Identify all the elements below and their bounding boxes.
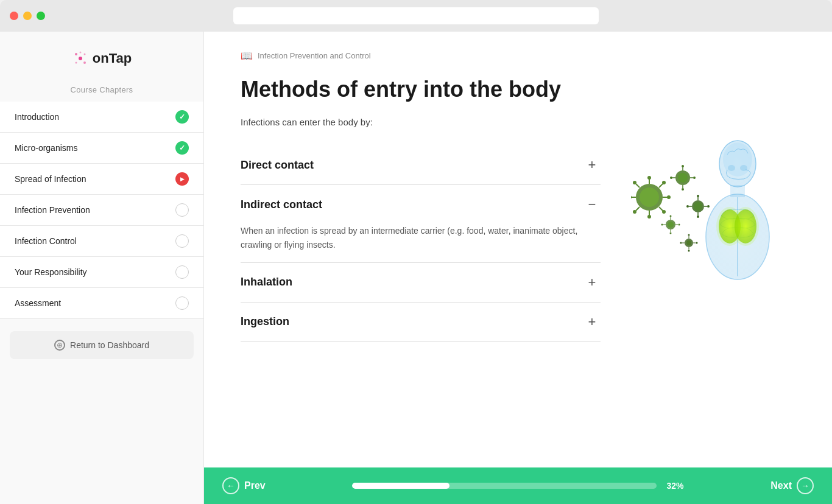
breadcrumb: 📖 Infection Prevention and Control bbox=[241, 50, 795, 61]
minimize-button[interactable] bbox=[23, 12, 32, 20]
svg-point-16 bbox=[740, 165, 747, 171]
return-to-dashboard-button[interactable]: ⊕ Return to Dashboard bbox=[10, 331, 194, 359]
window-chrome bbox=[0, 0, 832, 32]
svg-point-36 bbox=[678, 173, 688, 183]
course-chapters-label: Course Chapters bbox=[71, 85, 133, 94]
svg-point-56 bbox=[668, 222, 674, 228]
svg-point-13 bbox=[732, 207, 759, 246]
status-icon-spread-of-infection bbox=[175, 172, 189, 186]
svg-point-3 bbox=[75, 62, 77, 64]
accordion-content-indirect-contact: When an infection is spread by an interm… bbox=[241, 224, 601, 262]
svg-point-42 bbox=[682, 165, 684, 167]
book-icon: 📖 bbox=[241, 50, 253, 61]
svg-point-74 bbox=[688, 250, 690, 252]
status-icon-introduction bbox=[175, 110, 189, 124]
sidebar-item-infection-control[interactable]: Infection Control bbox=[0, 226, 203, 257]
svg-point-40 bbox=[693, 177, 696, 179]
toggle-icon-inhalation: + bbox=[583, 274, 601, 291]
sidebar-item-micro-organisms[interactable]: Micro-organisms bbox=[0, 133, 203, 164]
svg-point-18 bbox=[640, 187, 659, 207]
svg-point-70 bbox=[696, 242, 698, 244]
sidebar-item-introduction[interactable]: Introduction bbox=[0, 102, 203, 133]
status-icon-infection-prevention bbox=[175, 203, 189, 217]
status-icon-your-responsibility bbox=[175, 265, 189, 279]
address-bar[interactable] bbox=[233, 7, 599, 24]
svg-point-50 bbox=[707, 205, 710, 208]
content-area: Direct contact + Indirect contact − When… bbox=[241, 145, 795, 342]
svg-point-66 bbox=[686, 240, 691, 245]
status-icon-infection-control bbox=[175, 234, 189, 248]
svg-line-31 bbox=[636, 207, 640, 211]
svg-line-33 bbox=[659, 207, 663, 211]
svg-line-27 bbox=[636, 184, 640, 187]
maximize-button[interactable] bbox=[37, 12, 45, 20]
svg-point-46 bbox=[694, 202, 702, 211]
accordion-item-indirect-contact: Indirect contact − When an infection is … bbox=[241, 185, 601, 263]
page-intro: Infections can enter the body by: bbox=[241, 117, 795, 127]
main-content: 📖 Infection Prevention and Control Metho… bbox=[204, 32, 832, 467]
svg-point-62 bbox=[670, 215, 672, 217]
svg-point-72 bbox=[688, 234, 690, 236]
close-button[interactable] bbox=[10, 12, 18, 20]
accordion-item-ingestion: Ingestion + bbox=[241, 303, 601, 342]
next-circle-icon: → bbox=[797, 477, 814, 494]
svg-point-4 bbox=[83, 61, 86, 64]
chapter-list: Introduction Micro-organisms Spread of I… bbox=[0, 102, 203, 319]
svg-point-15 bbox=[728, 165, 735, 171]
logo-text: onTap bbox=[93, 51, 132, 66]
svg-point-24 bbox=[647, 176, 651, 180]
svg-line-29 bbox=[659, 184, 663, 187]
svg-point-14 bbox=[723, 142, 752, 177]
progress-bar-background bbox=[352, 483, 657, 489]
svg-point-0 bbox=[79, 57, 82, 60]
svg-point-52 bbox=[697, 195, 699, 197]
svg-point-5 bbox=[79, 52, 81, 54]
toggle-icon-ingestion: + bbox=[583, 313, 601, 331]
sidebar-item-infection-prevention[interactable]: Infection Prevention bbox=[0, 195, 203, 226]
prev-button[interactable]: ← Prev bbox=[222, 477, 266, 494]
svg-point-1 bbox=[75, 53, 77, 55]
logo: onTap bbox=[72, 50, 132, 67]
svg-point-68 bbox=[680, 242, 682, 244]
svg-point-30 bbox=[662, 181, 666, 184]
toggle-icon-indirect-contact: − bbox=[583, 196, 601, 213]
svg-point-28 bbox=[633, 181, 636, 184]
svg-point-32 bbox=[633, 210, 636, 214]
return-icon: ⊕ bbox=[54, 340, 65, 351]
sidebar: onTap Course Chapters Introduction Micro… bbox=[0, 32, 204, 504]
accordion-item-inhalation: Inhalation + bbox=[241, 263, 601, 303]
svg-point-44 bbox=[682, 188, 684, 191]
accordion-header-direct-contact[interactable]: Direct contact + bbox=[241, 145, 601, 184]
page-title: Methods of entry into the body bbox=[241, 76, 795, 102]
toggle-icon-direct-contact: + bbox=[583, 156, 601, 173]
accordion-header-ingestion[interactable]: Ingestion + bbox=[241, 303, 601, 341]
prev-circle-icon: ← bbox=[222, 477, 239, 494]
svg-point-54 bbox=[697, 215, 699, 218]
progress-container: 32% bbox=[266, 481, 771, 491]
svg-point-26 bbox=[647, 215, 651, 219]
body-image bbox=[625, 133, 795, 316]
svg-point-48 bbox=[686, 205, 689, 208]
sidebar-item-your-responsibility[interactable]: Your Responsibility bbox=[0, 257, 203, 288]
status-icon-micro-organisms bbox=[175, 141, 189, 155]
sidebar-item-assessment[interactable]: Assessment bbox=[0, 288, 203, 319]
accordion-header-inhalation[interactable]: Inhalation + bbox=[241, 263, 601, 302]
svg-point-2 bbox=[83, 54, 85, 55]
progress-label: 32% bbox=[666, 481, 683, 491]
app-container: onTap Course Chapters Introduction Micro… bbox=[0, 32, 832, 504]
progress-bar-fill bbox=[352, 483, 449, 489]
svg-point-64 bbox=[670, 233, 672, 234]
accordion-item-direct-contact: Direct contact + bbox=[241, 145, 601, 185]
svg-point-20 bbox=[631, 195, 632, 199]
body-svg bbox=[631, 136, 789, 313]
accordion-header-indirect-contact[interactable]: Indirect contact − bbox=[241, 185, 601, 224]
svg-point-60 bbox=[679, 224, 680, 226]
accordion: Direct contact + Indirect contact − When… bbox=[241, 145, 601, 342]
bottom-nav: ← Prev 32% Next → bbox=[204, 467, 832, 504]
next-button[interactable]: Next → bbox=[770, 477, 814, 494]
svg-point-38 bbox=[670, 177, 672, 179]
svg-point-34 bbox=[662, 210, 666, 214]
status-icon-assessment bbox=[175, 296, 189, 310]
svg-point-58 bbox=[661, 224, 663, 226]
sidebar-item-spread-of-infection[interactable]: Spread of Infection bbox=[0, 164, 203, 195]
